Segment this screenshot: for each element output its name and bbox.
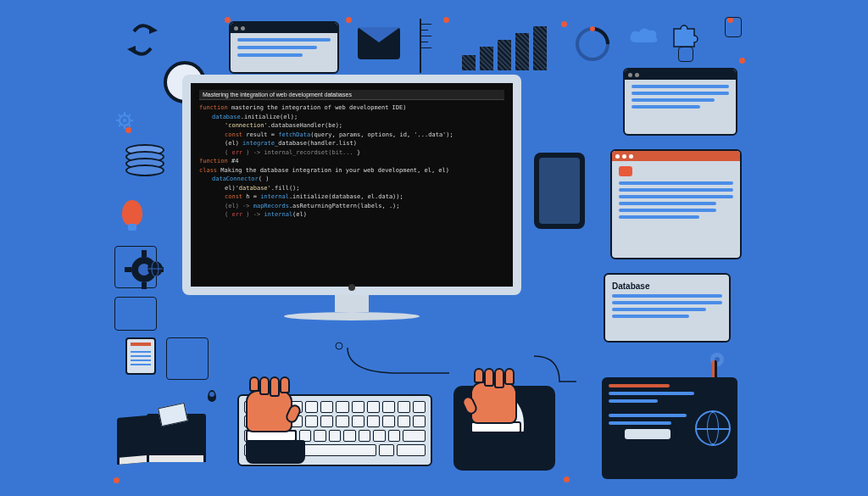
envelope-icon (358, 27, 400, 59)
code-editor: Mastering the integration of web develop… (182, 75, 521, 295)
cloud-icon (627, 25, 659, 51)
monitor: Mastering the integration of web develop… (182, 75, 521, 320)
puzzle-icon (670, 22, 698, 54)
books (117, 407, 210, 466)
circular-progress-icon (572, 24, 613, 68)
svg-point-8 (590, 26, 595, 31)
svg-marker-0 (149, 25, 158, 34)
left-hand (246, 390, 305, 462)
document-list-icon (125, 337, 156, 375)
browser-window-card (610, 149, 742, 259)
database-icon (125, 144, 164, 171)
refresh-arrows-icon (125, 19, 159, 61)
terminal-globe-card (602, 377, 737, 479)
window-card (229, 21, 339, 74)
ruler-icon (420, 19, 445, 73)
document-card (623, 68, 737, 136)
database-label: Database (612, 281, 722, 291)
tablet-icon (534, 153, 585, 229)
gear-small-icon (114, 110, 135, 131)
editor-title: Mastering the integration of web develop… (199, 90, 504, 100)
svg-point-3 (123, 119, 126, 122)
illustration-scene: Database Mastering the integration of we… (0, 0, 868, 496)
svg-point-11 (336, 343, 342, 349)
bar-chart (462, 24, 547, 70)
globe-small-icon (146, 259, 164, 281)
globe-icon (695, 410, 731, 446)
database-card: Database (604, 273, 731, 343)
card-button[interactable] (625, 429, 670, 439)
right-hand (470, 382, 530, 454)
gear-filled-icon (708, 350, 726, 372)
svg-marker-1 (127, 46, 136, 54)
lightbulb-icon (122, 200, 142, 226)
pin-icon (208, 390, 216, 402)
